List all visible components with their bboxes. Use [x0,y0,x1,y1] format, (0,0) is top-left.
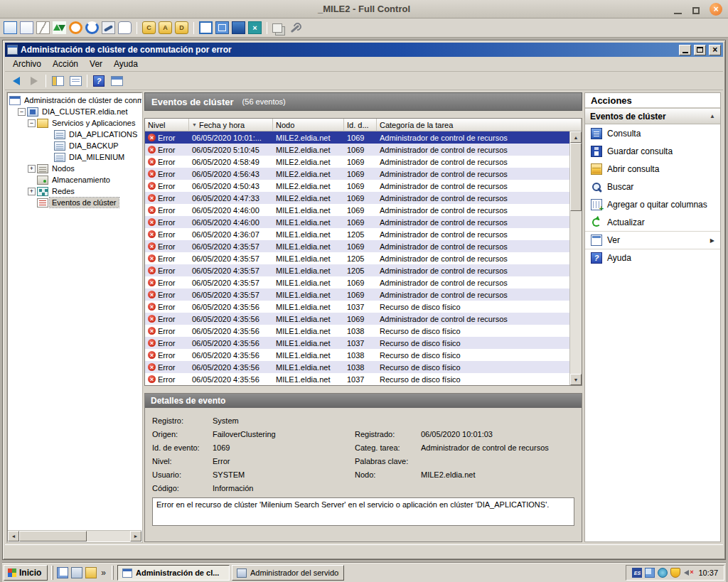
dial-icon[interactable] [102,21,115,34]
viewer-minimize-button[interactable] [673,4,682,14]
export-list-button[interactable] [68,73,83,89]
window-maximize-button[interactable] [694,45,706,55]
scale-window-icon[interactable] [215,21,229,34]
event-row[interactable]: Error 06/05/2020 4:56:43 MILE2.eldia.net… [145,168,569,180]
event-row[interactable]: Error 06/05/2020 4:35:57 MILE1.eldia.net… [145,264,569,276]
tree-item[interactable]: Almacenamiento [8,174,141,185]
tree-item[interactable]: DIA_MILENIUM [8,151,141,163]
volume-muted-icon[interactable] [683,568,693,578]
action-item[interactable]: Abrir consulta [585,160,720,178]
network-globe-icon[interactable] [658,568,668,578]
action-item[interactable]: Buscar [585,178,720,195]
event-row[interactable]: Error 06/05/2020 10:01:... MILE2.eldia.n… [145,131,569,144]
menu-item[interactable]: Ayuda [108,57,144,71]
window-minimize-button[interactable] [679,45,691,55]
show-desktop-icon[interactable] [57,567,68,578]
quick-launch-overflow-button[interactable]: » [99,568,108,578]
refresh-screen-icon[interactable] [85,21,99,34]
tree-item[interactable]: Eventos de clúster [8,197,141,208]
viewer-maximize-button[interactable] [691,4,701,14]
tree-expander[interactable] [45,142,53,150]
new-connection-icon[interactable] [4,21,17,34]
settings-icon[interactable] [289,21,302,34]
windows-explorer-icon[interactable] [85,567,97,578]
column-header-fecha[interactable]: ▼Fecha y hora [189,119,273,131]
collapse-icon[interactable]: ▲ [710,113,715,119]
separator[interactable] [136,22,137,34]
show-console-tree-button[interactable] [50,73,65,89]
scrollbar-thumb[interactable] [570,143,582,211]
tree-item[interactable]: − Servicios y Aplicaciones [8,117,141,129]
menu-item[interactable]: Archivo [7,57,47,71]
tree-item[interactable]: DIA_APLICATIONS [8,129,141,140]
view-options-button[interactable] [109,73,124,89]
action-item[interactable]: Guardar consulta [585,142,720,160]
window-titlebar[interactable]: Administración de clúster de conmutación… [5,43,723,57]
tree-item[interactable]: Administración de clúster de conmu [8,95,141,106]
start-button[interactable]: Inicio [4,565,48,581]
scroll-down-button[interactable] [570,374,582,385]
event-row[interactable]: Error 06/05/2020 4:35:56 MILE1.eldia.net… [145,373,569,385]
event-row[interactable]: Error 06/05/2020 4:35:56 MILE1.eldia.net… [145,349,569,361]
close-connection-icon[interactable] [248,21,262,34]
scroll-right-button[interactable] [130,531,141,541]
tree-item[interactable]: − DIA_CLUSTER.eldia.net [8,106,141,117]
ctrl-key-icon[interactable] [142,21,156,34]
window-close-button[interactable] [709,45,721,55]
scrollbar-thumb[interactable] [19,531,87,541]
separator[interactable] [193,22,194,34]
menu-item[interactable]: Ver [84,57,108,71]
back-button[interactable] [9,73,24,89]
scrollbar-track[interactable] [570,211,582,374]
tree-expander[interactable]: − [18,108,26,116]
event-row[interactable]: Error 06/05/2020 4:35:56 MILE1.eldia.net… [145,325,569,337]
event-row[interactable]: Error 06/05/2020 4:47:33 MILE2.eldia.net… [145,192,569,204]
tree-item[interactable]: + Redes [8,185,141,197]
event-row[interactable]: Error 06/05/2020 4:35:57 MILE1.eldia.net… [145,276,569,289]
tree-expander[interactable] [45,131,53,139]
action-item[interactable]: Ayuda [585,249,720,266]
connection-info-icon[interactable] [20,21,33,34]
event-row[interactable]: Error 06/05/2020 4:35:57 MILE1.eldia.net… [145,289,569,301]
separator[interactable] [267,22,267,34]
tree-expander[interactable] [28,199,36,207]
column-header-categoria[interactable]: Categoría de la tarea [377,119,582,131]
keyboard-layout-icon[interactable] [632,568,642,578]
column-header-nodo[interactable]: Nodo [273,119,344,131]
actions-section-header[interactable]: Eventos de clúster ▲ [585,109,720,124]
tree-item[interactable]: + Nodos [8,163,141,174]
event-row[interactable]: Error 06/05/2020 4:35:56 MILE1.eldia.net… [145,313,569,325]
event-row[interactable]: Error 06/05/2020 5:10:45 MILE2.eldia.net… [145,144,569,156]
event-row[interactable]: Error 06/05/2020 4:36:07 MILE1.eldia.net… [145,228,569,240]
fullscreen-icon[interactable] [199,21,213,34]
server-manager-icon[interactable] [71,567,82,578]
help-button[interactable] [91,73,107,89]
envelope-icon[interactable] [36,21,50,34]
event-row[interactable]: Error 06/05/2020 4:35:56 MILE1.eldia.net… [145,301,569,313]
tree-expander[interactable]: + [28,188,36,195]
forward-button[interactable] [26,73,42,89]
scroll-left-button[interactable] [8,531,19,541]
column-header-id[interactable]: Id. d... [344,119,377,131]
chat-icon[interactable] [118,21,132,34]
event-row[interactable]: Error 06/05/2020 4:46:00 MILE1.eldia.net… [145,216,569,228]
events-vertical-scrollbar[interactable] [569,131,582,385]
event-row[interactable]: Error 06/05/2020 4:35:56 MILE1.eldia.net… [145,361,569,373]
event-row[interactable]: Error 06/05/2020 4:58:49 MILE2.eldia.net… [145,156,569,168]
tree-expander[interactable]: + [28,165,36,173]
tree-expander[interactable]: − [28,119,36,127]
tree-horizontal-scrollbar[interactable] [8,530,141,541]
scroll-up-button[interactable] [570,131,582,143]
action-item[interactable]: Actualizar [585,213,720,231]
alt-key-icon[interactable] [159,21,172,34]
event-row[interactable]: Error 06/05/2020 4:46:00 MILE1.eldia.net… [145,204,569,216]
menu-item[interactable]: Acción [47,57,84,71]
event-row[interactable]: Error 06/05/2020 4:35:57 MILE1.eldia.net… [145,252,569,264]
update-shield-icon[interactable] [670,568,680,578]
vnc-logo-icon[interactable] [69,21,82,34]
scrollbar-track[interactable] [87,531,130,541]
file-transfer-icon[interactable] [53,21,66,34]
action-item[interactable]: Agregar o quitar columnas [585,195,720,213]
window-list-icon[interactable] [272,23,282,33]
del-key-icon[interactable] [175,21,188,34]
